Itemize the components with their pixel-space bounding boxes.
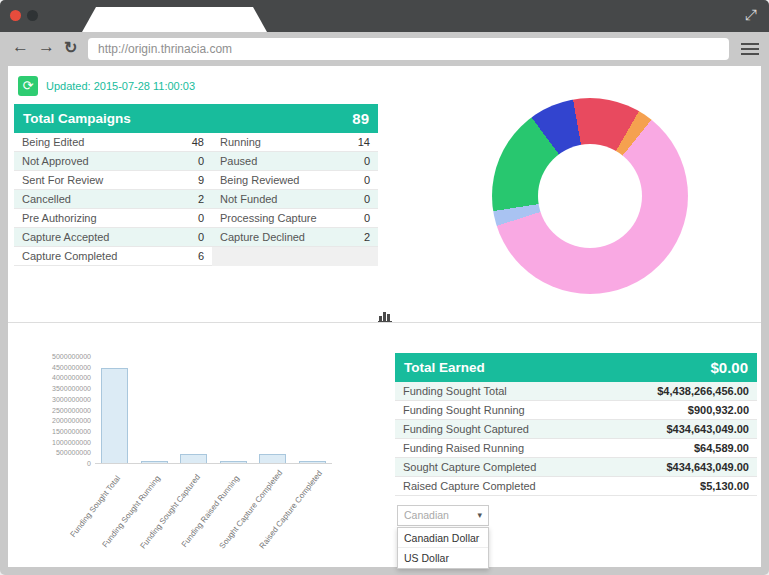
bar	[220, 461, 247, 463]
bar-chart-x-axis: Funding Sought TotalFunding Sought Runni…	[95, 468, 332, 575]
menu-icon[interactable]	[741, 43, 759, 55]
cell-label: Being Edited	[14, 133, 164, 152]
y-axis-tick: 2500000000	[36, 407, 91, 414]
table-row: Sought Capture Completed$434,643,049.00	[395, 458, 757, 477]
cell-value: $434,643,049.00	[666, 420, 757, 438]
currency-option[interactable]: Canadian Dollar	[398, 528, 488, 548]
cell-value: 2	[164, 190, 212, 209]
table-row: Funding Sought Total$4,438,266,456.00	[395, 382, 757, 401]
cell-value: $64,589.00	[694, 439, 757, 457]
y-axis-tick: 500000000	[36, 449, 91, 456]
window-dot-dark[interactable]	[27, 10, 38, 21]
cell-value: 0	[330, 152, 378, 171]
url-input[interactable]: http://origin.thrinacia.com	[88, 38, 729, 60]
bar	[259, 454, 286, 463]
browser-tab[interactable]	[82, 7, 267, 32]
browser-addressbar: ← → ↻ http://origin.thrinacia.com	[0, 32, 769, 66]
bar	[299, 461, 326, 463]
campaigns-header: Total Campaigns 89	[14, 104, 378, 133]
expand-icon[interactable]: ⤢	[745, 6, 757, 24]
campaigns-table: Being Edited48Running14Not Approved0Paus…	[14, 133, 378, 266]
browser-window: ⤢ ← → ↻ http://origin.thrinacia.com ⟳ Up…	[0, 0, 769, 575]
cell-value: 0	[330, 171, 378, 190]
bar	[101, 368, 128, 463]
y-axis-tick: 4000000000	[36, 374, 91, 381]
window-dot-red[interactable]	[10, 10, 21, 21]
cell-label: Pre Authorizing	[14, 209, 164, 228]
sync-button[interactable]: ⟳	[18, 76, 38, 96]
updated-timestamp: Updated: 2015-07-28 11:00:03	[46, 80, 195, 92]
y-axis-tick: 0	[36, 460, 91, 467]
cell-value: 0	[330, 190, 378, 209]
campaigns-total: 89	[352, 110, 369, 127]
cell-label: Capture Completed	[14, 247, 164, 266]
cell-label: Capture Declined	[212, 228, 330, 247]
cell-value: 14	[330, 133, 378, 152]
cell-label: Sought Capture Completed	[395, 458, 536, 476]
cell-value: $900,932.00	[688, 401, 757, 419]
table-row: Cancelled2Not Funded0	[14, 190, 378, 209]
cell-value: $5,130.00	[700, 477, 757, 495]
earned-table: Funding Sought Total$4,438,266,456.00Fun…	[395, 382, 757, 496]
bar-chart	[95, 357, 332, 464]
y-axis-tick: 2000000000	[36, 417, 91, 424]
chart-divider-icon[interactable]	[378, 310, 392, 322]
cell-value	[330, 247, 378, 266]
cell-label: Paused	[212, 152, 330, 171]
y-axis-tick: 5000000000	[36, 353, 91, 360]
table-row: Pre Authorizing0Processing Capture0	[14, 209, 378, 228]
y-axis-tick: 1500000000	[36, 428, 91, 435]
reload-icon[interactable]: ↻	[64, 38, 77, 57]
table-row: Raised Capture Completed$5,130.00	[395, 477, 757, 496]
table-row: Funding Raised Running$64,589.00	[395, 439, 757, 458]
cell-label: Cancelled	[14, 190, 164, 209]
cell-value: 0	[164, 209, 212, 228]
table-row: Sent For Review9Being Reviewed0	[14, 171, 378, 190]
donut-chart	[492, 98, 688, 294]
cell-label: Not Approved	[14, 152, 164, 171]
cell-value: 0	[164, 228, 212, 247]
y-axis-tick: 3500000000	[36, 385, 91, 392]
earned-title: Total Earned	[404, 360, 485, 375]
cell-value: 9	[164, 171, 212, 190]
y-axis-tick: 4500000000	[36, 364, 91, 371]
section-divider	[8, 322, 761, 323]
cell-label: Processing Capture	[212, 209, 330, 228]
currency-select[interactable]: ▾ Canadian Dollar	[397, 505, 489, 526]
cell-label: Funding Sought Running	[395, 401, 525, 419]
total-earned-panel: Total Earned $0.00 Funding Sought Total$…	[395, 353, 757, 496]
cell-value: 0	[330, 209, 378, 228]
earned-header: Total Earned $0.00	[395, 353, 757, 382]
cell-label: Funding Raised Running	[395, 439, 524, 457]
y-axis-tick: 3000000000	[36, 396, 91, 403]
cell-label: Funding Sought Total	[395, 382, 507, 400]
cell-label: Running	[212, 133, 330, 152]
caret-down-icon: ▾	[477, 506, 482, 525]
total-campaigns-panel: Total Campaigns 89 Being Edited48Running…	[14, 104, 378, 266]
cell-value: 0	[164, 152, 212, 171]
dashboard: ⟳ Updated: 2015-07-28 11:00:03 Total Cam…	[8, 66, 761, 567]
table-row: Capture Completed6	[14, 247, 378, 266]
cell-label: Being Reviewed	[212, 171, 330, 190]
currency-menu: Canadian DollarUS Dollar	[397, 527, 489, 569]
table-row: Being Edited48Running14	[14, 133, 378, 152]
cell-value: $434,643,049.00	[666, 458, 757, 476]
cell-value: 48	[164, 133, 212, 152]
campaigns-title: Total Campaigns	[23, 111, 131, 126]
bar	[141, 461, 168, 463]
browser-titlebar: ⤢	[0, 0, 769, 32]
cell-value: $4,438,266,456.00	[657, 382, 757, 400]
table-row: Funding Sought Running$900,932.00	[395, 401, 757, 420]
back-icon[interactable]: ←	[12, 37, 29, 57]
bar	[180, 454, 207, 463]
forward-icon[interactable]: →	[38, 37, 55, 57]
currency-option[interactable]: US Dollar	[398, 548, 488, 568]
cell-value: 6	[164, 247, 212, 266]
earned-total: $0.00	[710, 359, 748, 376]
cell-value: 2	[330, 228, 378, 247]
cell-label: Capture Accepted	[14, 228, 164, 247]
cell-label: Raised Capture Completed	[395, 477, 536, 495]
cell-label	[212, 247, 330, 266]
table-row: Capture Accepted0Capture Declined2	[14, 228, 378, 247]
bar-chart-y-axis: 5000000000450000000040000000003500000000…	[36, 357, 91, 472]
